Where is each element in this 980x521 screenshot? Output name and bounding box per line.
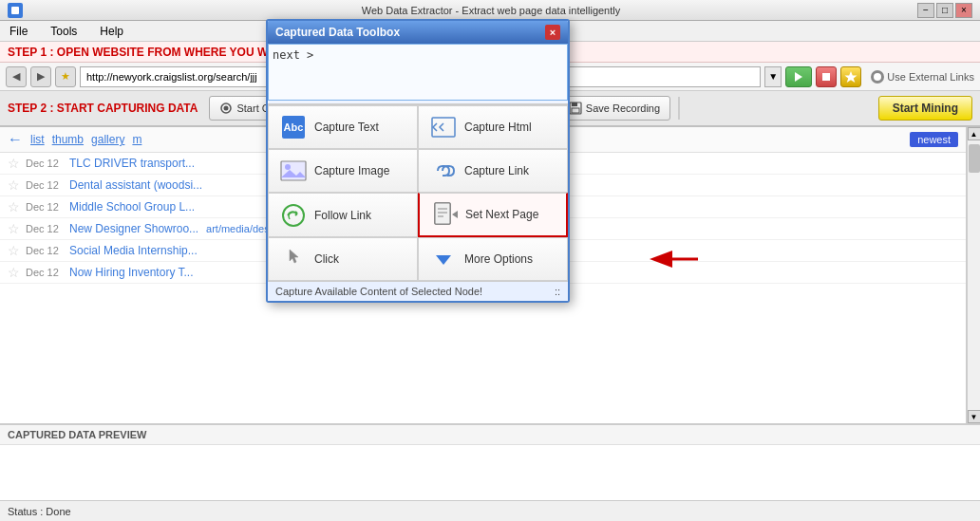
listing-date: Dec 12 <box>26 201 64 213</box>
capture-image-button[interactable]: Capture Image <box>268 149 418 193</box>
menu-tools[interactable]: Tools <box>45 23 83 40</box>
set-next-page-icon <box>431 201 458 228</box>
listing-title[interactable]: Dental assistant (woodsi... <box>69 178 202 192</box>
capture-text-button[interactable]: Abc Capture Text <box>268 105 418 149</box>
external-links-label: Use External Links <box>887 71 974 83</box>
favorites-button[interactable] <box>840 66 861 87</box>
capture-html-button[interactable]: Capture Html <box>418 105 568 149</box>
capture-image-icon <box>280 158 307 184</box>
capture-link-icon <box>430 158 457 184</box>
svg-marker-21 <box>452 211 458 218</box>
browser-back-arrow[interactable]: ← <box>8 131 23 148</box>
capture-link-button[interactable]: Capture Link <box>418 149 568 193</box>
click-label: Click <box>314 252 339 266</box>
bookmark-button[interactable]: ★ <box>55 66 76 87</box>
svg-marker-0 <box>795 72 802 82</box>
newest-badge[interactable]: newest <box>910 132 958 147</box>
svg-rect-11 <box>432 118 455 137</box>
nav-tab-thumb[interactable]: thumb <box>52 133 84 146</box>
toolbox-body: next > Abc Capture Text Capture <box>268 44 568 301</box>
svg-marker-22 <box>436 255 451 265</box>
svg-rect-17 <box>435 203 450 224</box>
nav-tab-list[interactable]: list <box>30 133 45 146</box>
svg-rect-9 <box>572 102 577 106</box>
close-button[interactable]: × <box>955 3 972 18</box>
title-bar: Web Data Extractor - Extract web page da… <box>0 0 980 21</box>
listing-date: Dec 12 <box>26 223 64 234</box>
status-text: Status : Done <box>8 506 71 517</box>
listing-title[interactable]: TLC DRIVER transport... <box>69 157 195 170</box>
listing-date: Dec 12 <box>26 245 64 256</box>
window-controls: − □ × <box>917 3 972 18</box>
click-button[interactable]: Click <box>268 237 418 281</box>
vertical-scrollbar[interactable]: ▲ ▼ <box>967 127 980 423</box>
capture-image-label: Capture Image <box>314 164 389 177</box>
listing-date: Dec 12 <box>26 158 64 169</box>
star-icon[interactable]: ☆ <box>8 243 20 258</box>
more-options-label: More Options <box>464 252 533 266</box>
star-icon[interactable]: ☆ <box>8 156 20 171</box>
capture-preview-section: CAPTURED DATA PREVIEW <box>0 424 980 500</box>
click-icon <box>280 246 307 272</box>
more-options-icon <box>430 246 457 272</box>
capture-preview-content <box>0 445 980 496</box>
toolbox-title-bar: Captured Data Toolbox × <box>268 21 568 44</box>
capture-text-icon: Abc <box>280 114 307 140</box>
toolbox-title: Captured Data Toolbox <box>275 26 400 39</box>
listing-date: Dec 12 <box>26 267 64 278</box>
svg-marker-2 <box>845 71 858 83</box>
capture-html-icon <box>430 114 457 140</box>
svg-point-4 <box>224 106 229 111</box>
listing-title[interactable]: Now Hiring Inventory T... <box>69 266 194 279</box>
follow-link-label: Follow Link <box>314 209 371 222</box>
minimize-button[interactable]: − <box>917 3 934 18</box>
star-icon[interactable]: ☆ <box>8 177 20 193</box>
toolbox-textarea-wrapper: next > <box>268 44 568 104</box>
capture-html-label: Capture Html <box>464 121 532 134</box>
step2-text: STEP 2 : START CAPTURING DATA <box>8 102 198 115</box>
capture-link-label: Capture Link <box>464 164 529 177</box>
maximize-button[interactable]: □ <box>936 3 953 18</box>
window-title: Web Data Extractor - Extract web page da… <box>65 5 917 16</box>
nav-tab-gallery[interactable]: gallery <box>91 133 124 146</box>
star-icon[interactable]: ☆ <box>8 265 20 280</box>
listing-title[interactable]: Social Media Internship... <box>69 244 198 257</box>
toolbox-grid: Abc Capture Text Capture Html <box>268 104 568 281</box>
svg-rect-10 <box>572 108 579 113</box>
svg-rect-1 <box>822 73 830 81</box>
app-icon <box>8 3 23 18</box>
star-icon[interactable]: ☆ <box>8 221 20 236</box>
toolbox-status-icon: :: <box>555 286 560 297</box>
svg-point-13 <box>285 164 291 170</box>
set-next-page-button[interactable]: Set Next Page <box>418 193 568 237</box>
listing-date: Dec 12 <box>26 179 64 191</box>
back-button[interactable]: ◀ <box>6 66 27 87</box>
menu-help[interactable]: Help <box>94 23 129 40</box>
scroll-down-button[interactable]: ▼ <box>968 410 981 423</box>
toolbox-textarea[interactable]: next > <box>268 44 568 101</box>
star-icon[interactable]: ☆ <box>8 199 20 214</box>
toolbox-status-bar: Capture Available Content of Selected No… <box>268 281 568 301</box>
listing-title[interactable]: New Designer Showroo... <box>69 222 198 235</box>
more-options-button[interactable]: More Options <box>418 237 568 281</box>
menu-file[interactable]: File <box>4 23 33 40</box>
follow-link-button[interactable]: Follow Link <box>268 193 418 237</box>
toolbox-modal: Captured Data Toolbox × next > Abc Captu… <box>266 19 570 303</box>
save-recording-button[interactable]: Save Recording <box>558 96 670 121</box>
set-next-page-label: Set Next Page <box>465 208 538 221</box>
scroll-up-button[interactable]: ▲ <box>968 127 981 140</box>
stop-button[interactable] <box>816 66 837 87</box>
forward-button[interactable]: ▶ <box>30 66 51 87</box>
url-dropdown-button[interactable]: ▼ <box>764 66 782 87</box>
external-links[interactable]: Use External Links <box>871 70 974 84</box>
status-bar: Status : Done <box>0 500 980 521</box>
scroll-thumb[interactable] <box>969 144 980 173</box>
listing-title[interactable]: Middle School Group L... <box>69 200 195 214</box>
svg-point-15 <box>283 205 304 226</box>
nav-tab-m[interactable]: m <box>132 133 141 146</box>
toolbox-status-text: Capture Available Content of Selected No… <box>275 286 482 297</box>
toolbox-close-button[interactable]: × <box>545 25 560 40</box>
go-button[interactable] <box>785 66 812 87</box>
start-mining-button[interactable]: Start Mining <box>878 96 972 121</box>
capture-preview-label: CAPTURED DATA PREVIEW <box>0 425 980 445</box>
